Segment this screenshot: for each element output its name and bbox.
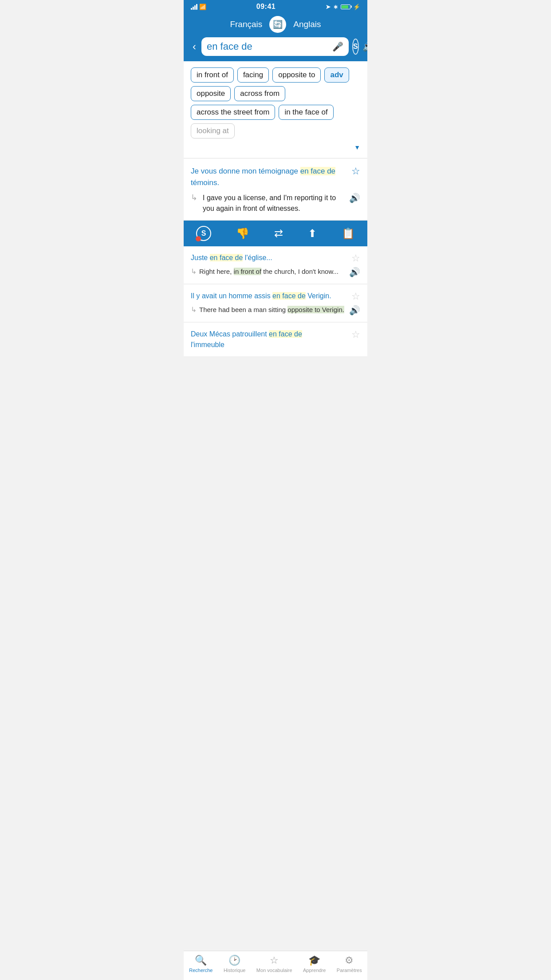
example-item-2: Il y avait un homme assis en face de Ver… xyxy=(184,285,367,322)
battery-indicator xyxy=(341,4,350,9)
example-item-1-english-row: ↳ Right here, in front of the church, I … xyxy=(191,267,360,277)
example-item-3-star[interactable]: ☆ xyxy=(348,329,360,340)
featured-sound-button[interactable]: 🔊 xyxy=(349,193,360,203)
wifi-icon: 📶 xyxy=(199,4,206,10)
chips-row-1: in front of facing opposite to adv xyxy=(191,67,360,83)
action-bar: S 👎 ⇄ ⬆ 📋 xyxy=(184,221,367,246)
chip-facing[interactable]: facing xyxy=(237,67,269,83)
status-right: ➤ ∗ ⚡ xyxy=(326,4,360,10)
sound-button[interactable]: 🔊 xyxy=(362,41,367,52)
examples-list: Juste en face de l'église... ☆ ↳ Right h… xyxy=(184,246,367,357)
featured-fr-highlight: en face de xyxy=(300,167,335,175)
status-bar: 📶 09:41 ➤ ∗ ⚡ xyxy=(184,0,367,12)
example-item-3-header: Deux Mécas patrouillent en face del'imme… xyxy=(191,329,360,350)
search-input[interactable] xyxy=(207,41,329,52)
chip-looking-at[interactable]: looking at xyxy=(191,123,235,138)
example-item-1-sound-button[interactable]: 🔊 xyxy=(349,267,360,277)
example-item-2-english-row: ↳ There had been a man sitting opposite … xyxy=(191,305,360,316)
charging-icon: ⚡ xyxy=(353,4,360,10)
thumbsdown-action-button[interactable]: 👎 xyxy=(236,227,249,240)
example-item-1-star[interactable]: ☆ xyxy=(348,253,360,264)
chips-row-3: across the street from in the face of xyxy=(191,105,360,120)
back-chevron-icon: ‹ xyxy=(193,40,196,52)
example-item-3: Deux Mécas patrouillent en face del'imme… xyxy=(184,323,367,357)
example-item-1-arrow-icon: ↳ xyxy=(191,267,197,276)
example-item-3-french: Deux Mécas patrouillent en face del'imme… xyxy=(191,329,348,350)
search-box[interactable]: 🎤 xyxy=(201,37,349,56)
example-item-2-french: Il y avait un homme assis en face de Ver… xyxy=(191,291,348,301)
content-area: in front of facing opposite to adv oppos… xyxy=(184,61,367,388)
example-item-2-header: Il y avait un homme assis en face de Ver… xyxy=(191,291,360,302)
featured-fr-before: Je vous donne mon témoignage xyxy=(191,167,300,175)
swap-icon: 🔄 xyxy=(273,20,283,29)
example-item-1-french: Juste en face de l'église... xyxy=(191,253,348,263)
status-time: 09:41 xyxy=(256,3,276,11)
chips-row-4: looking at xyxy=(191,123,360,138)
example-item-2-english: There had been a man sitting opposite to… xyxy=(199,305,346,315)
chip-in-the-face-of[interactable]: in the face of xyxy=(279,105,333,120)
featured-star-button[interactable]: ☆ xyxy=(348,166,360,177)
example-item-1-english: Right here, in front of the church, I do… xyxy=(199,267,346,277)
chip-in-front-of[interactable]: in front of xyxy=(191,67,234,83)
chip-across-the-street-from[interactable]: across the street from xyxy=(191,105,275,120)
speaker-icon: 🔊 xyxy=(362,42,367,51)
chip-opposite[interactable]: opposite xyxy=(191,86,231,101)
header: Français 🔄 Anglais ‹ 🎤 S 🔊 xyxy=(184,12,367,61)
share-action-button[interactable]: ⬆ xyxy=(308,227,317,240)
translation-chips: in front of facing opposite to adv oppos… xyxy=(184,61,367,158)
lang-from-label: Français xyxy=(230,20,262,29)
featured-example: Je vous donne mon témoignage en face de … xyxy=(184,158,367,221)
example-item-1: Juste en face de l'église... ☆ ↳ Right h… xyxy=(184,246,367,284)
example-item-2-sound-button[interactable]: 🔊 xyxy=(349,305,360,316)
chip-adv[interactable]: adv xyxy=(324,67,349,83)
location-icon: ➤ xyxy=(326,4,331,10)
expand-row: ▼ xyxy=(191,142,360,154)
language-row: Français 🔄 Anglais xyxy=(191,16,360,33)
lang-to-label: Anglais xyxy=(293,20,321,29)
status-left: 📶 xyxy=(191,4,206,10)
expand-button[interactable]: ▼ xyxy=(354,144,360,151)
s-icon: S xyxy=(353,43,358,51)
signal-icon xyxy=(191,4,197,10)
flashcard-action-button[interactable]: 📋 xyxy=(342,227,355,240)
chip-across-from[interactable]: across from xyxy=(234,86,285,101)
featured-english: I gave you a license, and I'm reporting … xyxy=(203,193,346,220)
spellcheck-button[interactable]: S xyxy=(352,39,359,55)
chips-row-2: opposite across from xyxy=(191,86,360,101)
featured-french: Je vous donne mon témoignage en face de … xyxy=(191,166,348,188)
featured-fr-after: témoins. xyxy=(191,178,219,187)
featured-english-row: ↳ I gave you a license, and I'm reportin… xyxy=(191,193,360,220)
swap-action-button[interactable]: ⇄ xyxy=(274,227,283,240)
bluetooth-icon: ∗ xyxy=(333,4,338,10)
example-item-2-arrow-icon: ↳ xyxy=(191,305,197,314)
microphone-icon[interactable]: 🎤 xyxy=(332,41,343,52)
search-row: ‹ 🎤 S 🔊 xyxy=(191,37,360,56)
chip-opposite-to[interactable]: opposite to xyxy=(272,67,321,83)
featured-arrow-icon: ↳ xyxy=(191,193,197,202)
back-button[interactable]: ‹ xyxy=(191,39,198,55)
example-item-1-header: Juste en face de l'église... ☆ xyxy=(191,253,360,264)
example-item-2-star[interactable]: ☆ xyxy=(348,291,360,302)
spellcheck-action-button[interactable]: S xyxy=(196,226,211,241)
swap-languages-button[interactable]: 🔄 xyxy=(269,16,286,33)
